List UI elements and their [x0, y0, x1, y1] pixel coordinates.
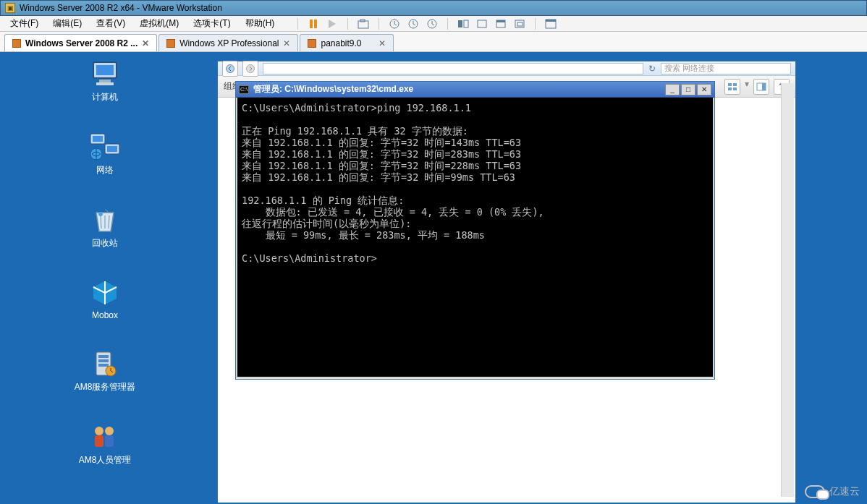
menu-vm[interactable]: 虚拟机(M): [134, 16, 185, 31]
guest-desktop: 计算机 网络 回收站 Mobox: [0, 52, 867, 504]
vm-tab-winxp[interactable]: Windows XP Professional ✕: [158, 34, 298, 51]
toolbar-divider: [378, 18, 379, 30]
view-button-3[interactable]: [493, 17, 509, 31]
svg-rect-37: [728, 87, 732, 90]
clock-button-3[interactable]: [424, 17, 440, 31]
watermark-text: 亿速云: [829, 485, 860, 498]
cmd-icon: C:\: [239, 85, 249, 94]
computer-icon: [89, 59, 121, 88]
svg-rect-13: [546, 20, 556, 22]
menu-help[interactable]: 帮助(H): [240, 16, 281, 31]
desktop-icon-am8-service[interactable]: AM8服务管理器: [69, 345, 141, 398]
desktop-icon-recycle-bin[interactable]: 回收站: [69, 201, 141, 254]
address-bar[interactable]: [263, 63, 643, 74]
desktop-icon-am8-people[interactable]: AM8人员管理: [69, 418, 141, 471]
pause-vm-button[interactable]: [305, 17, 321, 31]
svg-point-29: [95, 427, 103, 435]
search-box[interactable]: 搜索 网络连接: [661, 63, 791, 74]
svg-rect-36: [733, 83, 737, 86]
search-placeholder: 搜索 网络连接: [664, 63, 714, 74]
desktop-icon-label: 网络: [96, 164, 114, 176]
desktop-icon-label: 回收站: [92, 237, 118, 249]
svg-rect-7: [478, 20, 486, 27]
toolbar-divider: [447, 18, 448, 30]
menu-file[interactable]: 文件(F): [4, 16, 44, 31]
svg-rect-27: [98, 364, 109, 367]
svg-rect-38: [733, 87, 737, 90]
svg-rect-21: [107, 146, 117, 152]
cmd-window[interactable]: C:\ 管理员: C:\Windows\system32\cmd.exe _ □…: [235, 81, 715, 380]
view-button-2[interactable]: [474, 17, 490, 31]
play-vm-button[interactable]: [324, 17, 340, 31]
vm-tab-bar: Windows Server 2008 R2 ... ✕ Windows XP …: [0, 32, 867, 52]
host-window-titlebar: ▣ Windows Server 2008 R2 x64 - VMware Wo…: [0, 0, 867, 16]
windows-desktop[interactable]: 计算机 网络 回收站 Mobox: [0, 52, 867, 504]
vm-tab-label: panabit9.0: [321, 38, 361, 48]
fullscreen-button[interactable]: [543, 17, 559, 31]
svg-rect-35: [728, 83, 732, 86]
svg-rect-9: [496, 20, 505, 22]
view-button-4[interactable]: [512, 17, 528, 31]
menu-tabs[interactable]: 选项卡(T): [187, 16, 236, 31]
close-icon[interactable]: ✕: [283, 38, 290, 48]
vm-tab-icon: [308, 39, 316, 48]
toolbar-divider: [535, 18, 536, 30]
desktop-icon-network[interactable]: 网络: [69, 128, 141, 181]
desktop-icon-label: 计算机: [92, 91, 118, 103]
vm-tab-panabit[interactable]: panabit9.0 ✕: [300, 34, 394, 51]
cmd-output-text: C:\Users\Administrator>ping 192.168.1.1 …: [242, 102, 709, 264]
toolbar-divider: [297, 18, 298, 30]
desktop-icon-mobox[interactable]: Mobox: [69, 274, 141, 325]
maximize-button[interactable]: □: [681, 84, 695, 95]
vm-tab-label: Windows Server 2008 R2 ...: [25, 38, 138, 48]
vmware-icon: ▣: [5, 3, 15, 13]
people-icon: [89, 422, 121, 451]
svg-rect-6: [464, 20, 468, 27]
toolbar-divider: [347, 18, 348, 30]
svg-rect-25: [98, 355, 109, 358]
minimize-button[interactable]: _: [665, 84, 680, 95]
back-button[interactable]: [222, 61, 238, 77]
close-icon[interactable]: ✕: [378, 38, 386, 48]
forward-button[interactable]: [242, 61, 258, 77]
preview-pane-button[interactable]: [753, 79, 769, 95]
svg-rect-40: [762, 83, 766, 90]
clock-button-2[interactable]: [405, 17, 421, 31]
cloud-icon: [805, 485, 825, 498]
explorer-nav-bar: ↻ 搜索 网络连接: [218, 61, 795, 76]
recycle-bin-icon: [89, 205, 121, 234]
desktop-icon-label: Mobox: [92, 310, 118, 320]
svg-point-31: [105, 427, 114, 435]
svg-rect-5: [458, 20, 462, 27]
cmd-output-area[interactable]: C:\Users\Administrator>ping 192.168.1.1 …: [236, 98, 714, 378]
view-button-1[interactable]: [455, 17, 471, 31]
mobox-icon: [89, 278, 121, 307]
watermark: 亿速云: [805, 485, 860, 498]
menu-edit[interactable]: 编辑(E): [47, 16, 88, 31]
menu-view[interactable]: 查看(V): [90, 16, 131, 31]
svg-rect-15: [96, 65, 114, 75]
refresh-icon[interactable]: ↻: [648, 64, 656, 74]
cmd-titlebar[interactable]: C:\ 管理员: C:\Windows\system32\cmd.exe _ □…: [236, 82, 714, 98]
cmd-window-title: 管理员: C:\Windows\system32\cmd.exe: [253, 83, 413, 95]
snapshot-button[interactable]: [355, 17, 371, 31]
desktop-icons-area: 计算机 网络 回收站 Mobox: [0, 55, 210, 491]
svg-rect-30: [95, 435, 103, 447]
server-icon: [89, 349, 121, 378]
close-button[interactable]: ✕: [697, 84, 711, 95]
explorer-scrollbar[interactable]: [781, 83, 794, 497]
view-mode-button[interactable]: [724, 79, 740, 95]
svg-rect-16: [99, 80, 111, 82]
desktop-icon-label: AM8人员管理: [79, 454, 132, 466]
svg-point-34: [247, 64, 255, 72]
clock-button-1[interactable]: [386, 17, 402, 31]
svg-rect-17: [96, 82, 114, 85]
desktop-icon-label: AM8服务管理器: [75, 381, 136, 393]
svg-point-23: [98, 212, 103, 216]
vm-tab-ws2008[interactable]: Windows Server 2008 R2 ... ✕: [4, 34, 157, 51]
vm-tab-icon: [166, 39, 175, 48]
close-icon[interactable]: ✕: [142, 38, 149, 48]
svg-rect-26: [98, 359, 109, 362]
vm-tab-label: Windows XP Professional: [179, 38, 279, 48]
desktop-icon-computer[interactable]: 计算机: [69, 55, 141, 108]
